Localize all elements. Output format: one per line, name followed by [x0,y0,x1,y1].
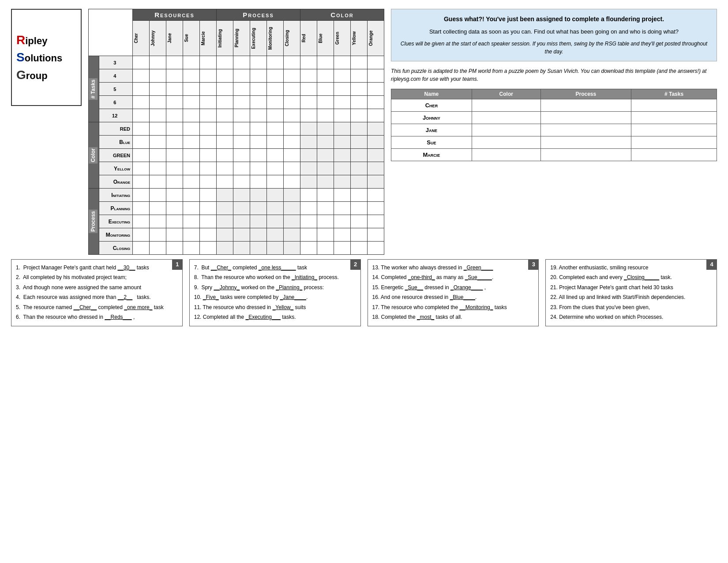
answer-name-marcie: Marcie [391,148,472,161]
answer-col-tasks: # Tasks [631,89,717,99]
process-row-monitoring: Monitoring [99,228,133,242]
clue-4-3: 21. Project Manager Pete's gantt chart h… [550,283,712,292]
col-blue: Blue [317,21,334,56]
clue-badge-4: 4 [706,259,717,270]
clue-4-5: 23. From the clues that you've been give… [550,303,712,312]
clue-4-2: 20. Completed each and every _Closing___… [550,273,712,282]
task-row-3: 3 [99,56,133,69]
logo-g: G [16,68,26,82]
info-italic: This fun puzzle is adapted to the PM wor… [391,67,717,83]
table-row: 4 [89,69,384,83]
clue-1-5: 5. The resource named __Cher__ completed… [16,303,178,312]
clue-badge-2: 2 [350,259,361,270]
info-panel: Guess what?! You've just been assigned t… [391,9,717,161]
info-blue-box: Guess what?! You've just been assigned t… [391,9,717,61]
answer-row-johnny: Johnny [391,111,717,124]
table-row: 5 [89,83,384,96]
answer-tasks-cher [631,99,717,111]
answer-name-johnny: Johnny [391,111,472,124]
table-row: Executing [89,215,384,228]
process-row-initiating: Initiating [99,189,133,202]
main-grid-wrapper: Resources Process Color Cher Johnny Jane… [88,9,384,255]
logo-r: R [16,33,25,47]
color-row-yellow: Yellow [99,162,133,175]
answer-row-cher: Cher [391,99,717,111]
process-row-closing: Closing [99,242,133,255]
clue-4-1: 19. Another enthusiastic, smiling resour… [550,263,712,272]
clue-badge-1: 1 [172,259,183,270]
col-jane: Jane [166,21,183,56]
clue-1-3: 3. And though none were assigned the sam… [16,283,178,292]
answer-tasks-johnny [631,111,717,124]
answer-col-name: Name [391,89,472,99]
process-row-planning: Planning [99,202,133,215]
logo-line2: Solutions [16,49,76,66]
clue-3-1: 13. The worker who always dressed in _Gr… [372,263,534,272]
col-sue: Sue [183,21,200,56]
answer-tasks-sue [631,136,717,148]
answer-color-johnny [472,111,540,124]
col-yellow: Yellow [351,21,368,56]
col-closing: Closing [284,21,300,56]
answer-process-cher [540,99,631,111]
clue-3-5: 17. The resource who completed the __Mon… [372,303,534,312]
table-row: Yellow [89,162,384,175]
answer-process-sue [540,136,631,148]
clue-box-4: 4 19. Another enthusiastic, smiling reso… [545,259,717,326]
task-row-12: 12 [99,109,133,122]
answer-col-process: Process [540,89,631,99]
col-initiating: Initiating [217,21,233,56]
clue-2-4: 10. _Five_ tasks were completed by _Jane… [194,293,356,302]
color-header: Color [300,9,384,21]
process-header: Process [217,9,300,21]
answer-color-jane [472,124,540,136]
clue-1-2: 2. All completed by his motivated projec… [16,273,178,282]
col-monitoring: Monitoring [267,21,284,56]
process-section-label: Process [89,189,99,255]
color-section-label: Color [89,122,99,189]
page: Ripley Solutions Group Resources Process… [0,0,728,563]
process-row-executing: Executing [99,215,133,228]
tasks-section-label: # Tasks [89,56,99,122]
logo-line3: Group [16,66,76,83]
table-row: Blue [89,136,384,149]
clues-section: 1 1. Project Manager Pete's gantt chart … [11,259,717,326]
clue-2-1: 7. But __Cher_ completed _one less_____ … [194,263,356,272]
clue-2-5: 11. The resource who dressed in _Yellow_… [194,303,356,312]
table-row: Monitoring [89,228,384,242]
clue-2-2: 8. Than the resource who worked on the _… [194,273,356,282]
color-row-blue: Blue [99,136,133,149]
logo-line2-text: olutions [25,53,63,64]
logo-s: S [16,50,25,64]
answer-row-sue: Sue [391,136,717,148]
clue-badge-3: 3 [528,259,539,270]
task-row-6: 6 [99,96,133,109]
clue-box-2: 2 7. But __Cher_ completed _one less____… [189,259,361,326]
col-executing: Executing [250,21,267,56]
answer-color-marcie [472,148,540,161]
answer-row-marcie: Marcie [391,148,717,161]
col-planning: Planning [233,21,250,56]
clue-1-4: 4. Each resource was assigned more than … [16,293,178,302]
clue-4-4: 22. All lined up and linked with Start/F… [550,293,712,302]
answer-name-sue: Sue [391,136,472,148]
answer-table: Name Color Process # Tasks Cher [391,89,717,161]
table-row: Process Initiating [89,189,384,202]
logo-area: Ripley Solutions Group [11,9,82,106]
color-row-orange: Orange [99,175,133,189]
col-johnny: Johnny [150,21,166,56]
clue-2-6: 12. Completed all the _Executing___ task… [194,313,356,321]
clue-1-1: 1. Project Manager Pete's gantt chart he… [16,263,178,272]
clue-3-6: 18. Completed the _most_ tasks of all. [372,313,534,321]
answer-tasks-marcie [631,148,717,161]
col-orange: Orange [368,21,384,56]
logo-line1-text: ipley [25,35,47,46]
logo-line1: Ripley [16,31,76,49]
answer-name-jane: Jane [391,124,472,136]
clue-3-4: 16. And one resource dressed in _Blue___… [372,293,534,302]
resources-header: Resources [133,9,217,21]
table-row: Planning [89,202,384,215]
table-row: 12 [89,109,384,122]
task-row-4: 4 [99,69,133,83]
color-row-red: Red [99,122,133,136]
